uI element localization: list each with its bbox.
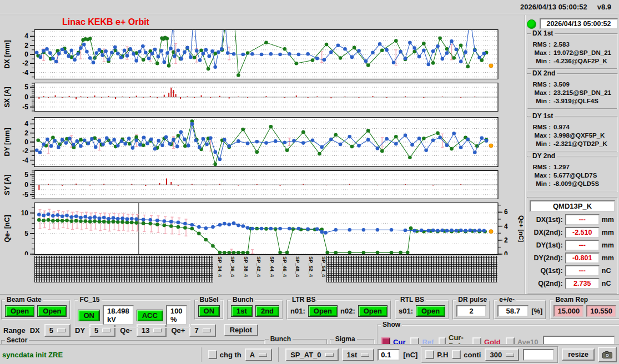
dx2-min: Min :-3.919@QLF4S <box>532 98 614 104</box>
beam-gate-group: Beam Gate Open Open <box>1 300 71 320</box>
rtl-s01-open-button[interactable]: Open <box>416 305 445 317</box>
status-bar: syncdata init ZRE chg th A SP_AT_0 1st [… <box>0 344 619 364</box>
bunch-2nd-button[interactable]: 2nd <box>255 305 279 317</box>
monitor-row: Q(2nd):2.735nC <box>530 278 615 289</box>
svg-text:Qe+ [nC]: Qe+ [nC] <box>518 215 525 242</box>
beam-gate-open-button-1[interactable]: Open <box>5 305 34 317</box>
threshold-input[interactable] <box>378 349 400 361</box>
svg-text:6: 6 <box>504 208 508 216</box>
dx-2nd-stats-group: DX 2nd RMS :3.509 Max :23.215@SP_DN_21 M… <box>527 73 618 109</box>
bpm-label: SP_52_4 <box>308 256 314 277</box>
dy2-max: Max :5.677@QLD7S <box>532 172 614 179</box>
svg-text:-4: -4 <box>22 156 28 164</box>
svg-text:Qe- [nC]: Qe- [nC] <box>3 215 11 242</box>
dy-2nd-stats-group: DY 2nd RMS :1.297 Max :5.677@QLD7S Min :… <box>527 156 618 192</box>
checkbox-icon[interactable] <box>452 350 461 359</box>
sp-at-select[interactable]: SP_AT_0 <box>285 348 338 361</box>
ratio-group: e+/e- 58.7 [%] <box>494 300 546 320</box>
range-dx-label: DX <box>30 326 40 335</box>
plot-dy: 420-2-4DY [mm] <box>0 117 525 167</box>
beam-gate-open-button-2[interactable]: Open <box>37 305 67 317</box>
beam-rep-group: Beam Rep 15.000 10.550 [Hz] 70.333 [%] <box>550 300 619 320</box>
screenshot-button[interactable] <box>598 347 617 362</box>
bpm-monitor-panel: QMD13P_K DX(1st):---mm DX(2nd):-2.510mm … <box>527 197 618 294</box>
ltr-n02-open-button[interactable]: Open <box>358 305 387 317</box>
bpm-label: SP_44_4 <box>269 256 275 277</box>
beam-rep-value-2: 10.550 <box>586 305 616 317</box>
svg-text:2: 2 <box>504 236 508 244</box>
conti-checkbox[interactable]: conti <box>452 350 481 359</box>
resize-button[interactable]: resize <box>562 348 595 361</box>
bpm-label: SP_54_4 <box>321 256 326 277</box>
dy2-rms: RMS :1.297 <box>532 164 614 170</box>
dx2-max: Max :23.215@SP_DN_21 <box>532 89 614 96</box>
bpm-labels-dense-right <box>326 256 497 282</box>
option-menu-dash-icon <box>325 353 334 357</box>
plot-sx: 50-5SX [A] <box>0 83 525 112</box>
svg-text:0: 0 <box>504 250 508 255</box>
mode-a-select[interactable]: A <box>245 348 272 361</box>
titlebar-datetime: 2026/04/13 05:00:52 <box>520 3 587 11</box>
dy1-rms: RMS :0.974 <box>532 124 614 130</box>
range-qep-select[interactable]: 7 <box>189 324 215 337</box>
monitor-value: --- <box>565 265 600 276</box>
svg-text:0: 0 <box>24 138 28 146</box>
bunch-order-select[interactable]: 1st <box>342 348 375 361</box>
status-bar-controls: chg th A SP_AT_0 1st [nC] P.H conti 300 … <box>198 346 617 363</box>
option-menu-dash-icon <box>153 328 162 332</box>
range-dx-select[interactable]: 5 <box>44 324 71 337</box>
bpm-label: SP_36_4 <box>230 256 235 277</box>
beam-rep-value-1: 15.000 <box>553 305 583 317</box>
ltr-n02-label: n02: <box>340 307 355 315</box>
option-menu-dash-icon <box>203 328 211 332</box>
rtl-s01-label: s01: <box>399 307 413 315</box>
option-menu-dash-icon <box>259 353 267 357</box>
monitor-row: DY(1st):---mm <box>530 240 615 251</box>
svg-text:5: 5 <box>24 230 28 237</box>
bunch-1st-button[interactable]: 1st <box>231 305 253 317</box>
dx1-rms: RMS :2.583 <box>532 41 614 48</box>
ph-checkbox[interactable]: P.H <box>425 350 448 359</box>
checkbox-icon[interactable] <box>425 350 434 359</box>
svg-text:0: 0 <box>24 250 28 255</box>
monitor-value: -0.801 <box>565 252 600 264</box>
dr-pulse-group: DR pulse 2 <box>452 300 490 320</box>
option-menu-dash-icon <box>361 353 369 357</box>
dy-1st-stats-title: DY 1st <box>531 113 555 119</box>
monitor-row: DX(1st):---mm <box>530 214 615 225</box>
camera-icon <box>602 351 612 358</box>
dr-pulse-input[interactable]: 2 <box>456 305 486 317</box>
dy1-max: Max :3.998@QXF5P_K <box>532 132 614 139</box>
svg-text:-5: -5 <box>22 191 28 199</box>
ltr-n01-open-button[interactable]: Open <box>308 305 338 317</box>
fc15-acc-button[interactable]: ACC <box>137 310 163 321</box>
ltr-bs-group: LTR BS n01: Open n02: Open <box>286 300 391 320</box>
svg-text:5: 5 <box>24 83 28 91</box>
rtl-bs-group: RTL BS s01: Open <box>395 300 449 320</box>
fc15-group: FC_15 ON 18.498 kV ACC 100 % <box>74 300 190 328</box>
count-select[interactable]: 300 <box>485 348 519 361</box>
svg-text:2: 2 <box>24 42 28 49</box>
extra-input[interactable] <box>523 349 554 361</box>
svg-text:-4: -4 <box>22 69 28 77</box>
dy1-min: Min :-2.321@QTD2P_K <box>532 140 614 147</box>
fc15-on-button[interactable]: ON <box>78 310 100 321</box>
monitor-value: --- <box>565 214 600 225</box>
monitor-value: 2.735 <box>565 278 600 289</box>
chg-th-checkbox[interactable]: chg th <box>208 350 241 359</box>
monitor-row: DX(2nd):-2.510mm <box>530 227 615 238</box>
replot-button[interactable]: Replot <box>224 324 258 336</box>
svg-text:0: 0 <box>24 181 28 189</box>
dy2-min: Min :-8.009@QLD5S <box>532 180 614 187</box>
bpm-label: SP_42_4 <box>256 256 261 277</box>
checkbox-icon[interactable] <box>208 350 217 359</box>
monitor-value: -2.510 <box>565 227 600 238</box>
option-menu-dash-icon <box>57 328 66 332</box>
busel-on-button[interactable]: ON <box>198 305 220 317</box>
main-area: Linac KEKB e+ Orbit 420-2-4DX [mm] 50-5S… <box>0 15 619 294</box>
stats-panel: 2026/04/13 05:00:52 DX 1st RMS :2.583 Ma… <box>525 15 619 294</box>
ratio-readout: 58.7 <box>497 305 529 317</box>
monitor-value: --- <box>565 240 600 251</box>
monitor-row: Q(1st):---nC <box>530 265 615 276</box>
bpm-label: SP_46_4 <box>282 256 288 277</box>
